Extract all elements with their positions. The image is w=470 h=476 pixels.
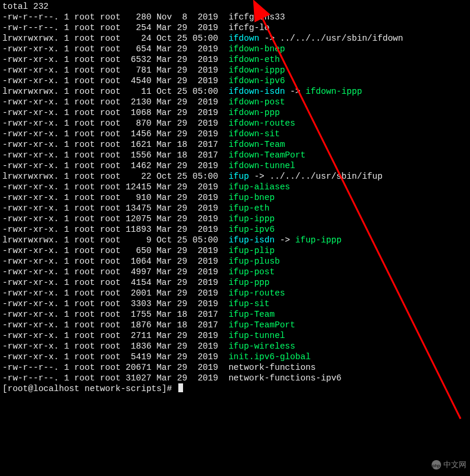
row-meta: -rwxr-xr-x. 1 root root 6532 Mar 29 2019: [2, 55, 229, 64]
symlink-target: ../../../usr/sbin/ifdown: [280, 34, 403, 43]
row-meta: -rwxr-xr-x. 1 root root 1621 Mar 18 2017: [2, 140, 229, 149]
file-name: init.ipv6-global: [229, 352, 311, 362]
cursor: [178, 383, 183, 392]
row-meta: -rwxr-xr-x. 1 root root 910 Mar 29 2019: [2, 193, 229, 202]
symlink-arrow: ->: [285, 87, 306, 96]
file-name: ifup-routes: [229, 288, 285, 298]
row-meta: -rw-r--r--. 1 root root 254 Mar 29 2019: [2, 23, 229, 32]
listing-row: lrwxrwxrwx. 1 root root 9 Oct 25 05:00 i…: [2, 235, 470, 245]
row-meta: lrwxrwxrwx. 1 root root 22 Oct 25 05:00: [2, 172, 229, 181]
listing-row: -rwxr-xr-x. 1 root root 781 Mar 29 2019 …: [2, 65, 470, 75]
row-meta: -rwxr-xr-x. 1 root root 13475 Mar 29 201…: [2, 203, 229, 213]
row-meta: -rwxr-xr-x. 1 root root 1068 Mar 29 2019: [2, 108, 229, 117]
php-logo-icon: [432, 460, 441, 470]
listing-row: lrwxrwxrwx. 1 root root 11 Oct 25 05:00 …: [2, 86, 470, 97]
file-name: ifup-ippp: [229, 214, 275, 224]
row-meta: lrwxrwxrwx. 1 root root 9 Oct 25 05:00: [2, 235, 229, 245]
listing-row: -rwxr-xr-x. 1 root root 1876 Mar 18 2017…: [2, 320, 470, 330]
file-name: ifdown-TeamPort: [229, 150, 306, 160]
row-meta: -rw-r--r--. 1 root root 31027 Mar 29 201…: [2, 373, 229, 383]
row-meta: -rwxr-xr-x. 1 root root 3303 Mar 29 2019: [2, 299, 229, 308]
file-name: ifup-sit: [229, 299, 270, 308]
listing-row: -rwxr-xr-x. 1 root root 2711 Mar 29 2019…: [2, 330, 470, 341]
symlink-target: ifup-ippp: [295, 235, 341, 245]
file-name: ifcfg-ens33: [229, 12, 285, 22]
terminal-output[interactable]: total 232-rw-r--r--. 1 root root 280 Nov…: [2, 1, 470, 394]
row-meta: -rwxr-xr-x. 1 root root 4154 Mar 29 2019: [2, 278, 229, 287]
listing-row: -rw-r--r--. 1 root root 254 Mar 29 2019 …: [2, 22, 470, 33]
listing-row: lrwxrwxrwx. 1 root root 22 Oct 25 05:00 …: [2, 171, 470, 182]
listing-row: -rwxr-xr-x. 1 root root 870 Mar 29 2019 …: [2, 118, 470, 129]
symlink-arrow: ->: [275, 235, 295, 245]
row-meta: -rwxr-xr-x. 1 root root 1876 Mar 18 2017: [2, 320, 229, 330]
file-name: ifcfg-lo: [229, 23, 270, 32]
row-meta: -rwxr-xr-x. 1 root root 650 Mar 29 2019: [2, 246, 229, 255]
listing-row: -rwxr-xr-x. 1 root root 2130 Mar 29 2019…: [2, 97, 470, 107]
row-meta: -rwxr-xr-x. 1 root root 2001 Mar 29 2019: [2, 288, 229, 298]
row-meta: -rw-r--r--. 1 root root 280 Nov 8 2019: [2, 12, 229, 22]
file-name: ifdown-tunnel: [229, 161, 295, 170]
file-name: ifup-ppp: [229, 278, 270, 287]
listing-row: -rwxr-xr-x. 1 root root 1462 Mar 29 2019…: [2, 160, 470, 171]
watermark-text: 中文网: [443, 459, 466, 470]
listing-row: -rwxr-xr-x. 1 root root 5419 Mar 29 2019…: [2, 352, 470, 362]
row-meta: -rwxr-xr-x. 1 root root 781 Mar 29 2019: [2, 65, 229, 75]
symlink-arrow: ->: [259, 34, 280, 43]
row-meta: -rwxr-xr-x. 1 root root 1456 Mar 29 2019: [2, 129, 229, 139]
listing-row: -rwxr-xr-x. 1 root root 4997 Mar 29 2019…: [2, 267, 470, 277]
file-name: ifdown-post: [229, 97, 285, 107]
row-meta: -rwxr-xr-x. 1 root root 1836 Mar 29 2019: [2, 342, 229, 351]
file-name: ifdown: [229, 34, 259, 43]
listing-row: lrwxrwxrwx. 1 root root 24 Oct 25 05:00 …: [2, 33, 470, 44]
listing-row: -rwxr-xr-x. 1 root root 1456 Mar 29 2019…: [2, 129, 470, 139]
file-name: ifup-eth: [229, 203, 270, 213]
file-name: ifdown-sit: [229, 129, 280, 139]
listing-row: -rwxr-xr-x. 1 root root 1556 Mar 18 2017…: [2, 150, 470, 160]
symlink-target: ../../../usr/sbin/ifup: [270, 172, 383, 181]
file-name: ifdown-isdn: [229, 87, 285, 96]
listing-row: -rwxr-xr-x. 1 root root 650 Mar 29 2019 …: [2, 245, 470, 256]
file-name: ifup-plip: [229, 246, 275, 255]
listing-row: -rwxr-xr-x. 1 root root 3303 Mar 29 2019…: [2, 298, 470, 309]
listing-row: -rw-r--r--. 1 root root 31027 Mar 29 201…: [2, 373, 470, 383]
file-name: ifdown-routes: [229, 119, 295, 128]
file-name: ifdown-ipv6: [229, 76, 285, 86]
file-name: ifup-post: [229, 267, 275, 277]
listing-row: -rwxr-xr-x. 1 root root 6532 Mar 29 2019…: [2, 54, 470, 65]
listing-row: -rwxr-xr-x. 1 root root 1836 Mar 29 2019…: [2, 341, 470, 352]
file-name: ifup: [229, 172, 249, 181]
row-meta: -rwxr-xr-x. 1 root root 870 Mar 29 2019: [2, 119, 229, 128]
row-meta: -rwxr-xr-x. 1 root root 2711 Mar 29 2019: [2, 331, 229, 340]
listing-row: -rwxr-xr-x. 1 root root 1068 Mar 29 2019…: [2, 107, 470, 118]
prompt-text: [root@localhost network-scripts]#: [2, 384, 177, 393]
row-meta: -rwxr-xr-x. 1 root root 2130 Mar 29 2019: [2, 97, 229, 107]
watermark: 中文网: [432, 459, 466, 470]
listing-row: -rwxr-xr-x. 1 root root 654 Mar 29 2019 …: [2, 44, 470, 54]
file-name: ifdown-ppp: [229, 108, 280, 117]
listing-row: -rwxr-xr-x. 1 root root 1755 Mar 18 2017…: [2, 309, 470, 320]
row-meta: -rwxr-xr-x. 1 root root 1064 Mar 29 2019: [2, 257, 229, 266]
listing-row: -rwxr-xr-x. 1 root root 1064 Mar 29 2019…: [2, 256, 470, 267]
file-name: ifup-aliases: [229, 182, 290, 192]
row-meta: -rwxr-xr-x. 1 root root 1462 Mar 29 2019: [2, 161, 229, 170]
row-meta: -rwxr-xr-x. 1 root root 654 Mar 29 2019: [2, 44, 229, 54]
listing-row: -rwxr-xr-x. 1 root root 2001 Mar 29 2019…: [2, 288, 470, 298]
row-meta: -rwxr-xr-x. 1 root root 1755 Mar 18 2017: [2, 310, 229, 319]
row-meta: -rwxr-xr-x. 1 root root 4997 Mar 29 2019: [2, 267, 229, 277]
listing-row: -rwxr-xr-x. 1 root root 1621 Mar 18 2017…: [2, 139, 470, 150]
file-name: ifup-plusb: [229, 257, 280, 266]
listing-row: -rwxr-xr-x. 1 root root 4540 Mar 29 2019…: [2, 75, 470, 86]
total-line: total 232: [2, 1, 470, 12]
row-meta: -rwxr-xr-x. 1 root root 11893 Mar 29 201…: [2, 225, 229, 234]
listing-row: -rwxr-xr-x. 1 root root 11893 Mar 29 201…: [2, 224, 470, 235]
file-name: ifup-isdn: [229, 235, 275, 245]
listing-row: -rwxr-xr-x. 1 root root 13475 Mar 29 201…: [2, 203, 470, 214]
file-name: ifup-wireless: [229, 342, 295, 351]
file-name: network-functions-ipv6: [229, 373, 341, 383]
file-name: ifup-tunnel: [229, 331, 285, 340]
row-meta: -rwxr-xr-x. 1 root root 4540 Mar 29 2019: [2, 76, 229, 86]
listing-row: -rwxr-xr-x. 1 root root 910 Mar 29 2019 …: [2, 192, 470, 203]
file-name: ifdown-bnep: [229, 44, 285, 54]
row-meta: lrwxrwxrwx. 1 root root 24 Oct 25 05:00: [2, 34, 229, 43]
shell-prompt[interactable]: [root@localhost network-scripts]#: [2, 383, 470, 394]
